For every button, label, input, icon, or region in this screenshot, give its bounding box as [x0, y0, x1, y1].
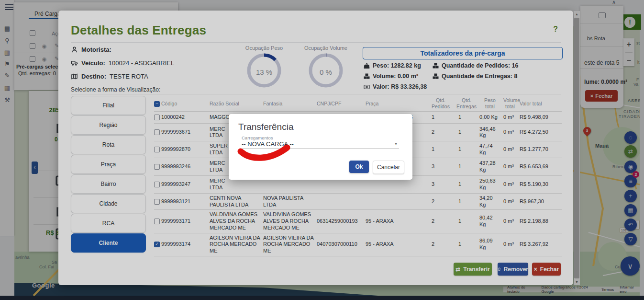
red-scribble-annotation [229, 137, 324, 168]
ok-button[interactable]: Ok [349, 161, 369, 173]
transfer-title: Transferência [238, 122, 293, 132]
cancel-button[interactable]: Cancelar [373, 161, 404, 174]
caret-down-icon[interactable]: ▾ [395, 141, 397, 146]
